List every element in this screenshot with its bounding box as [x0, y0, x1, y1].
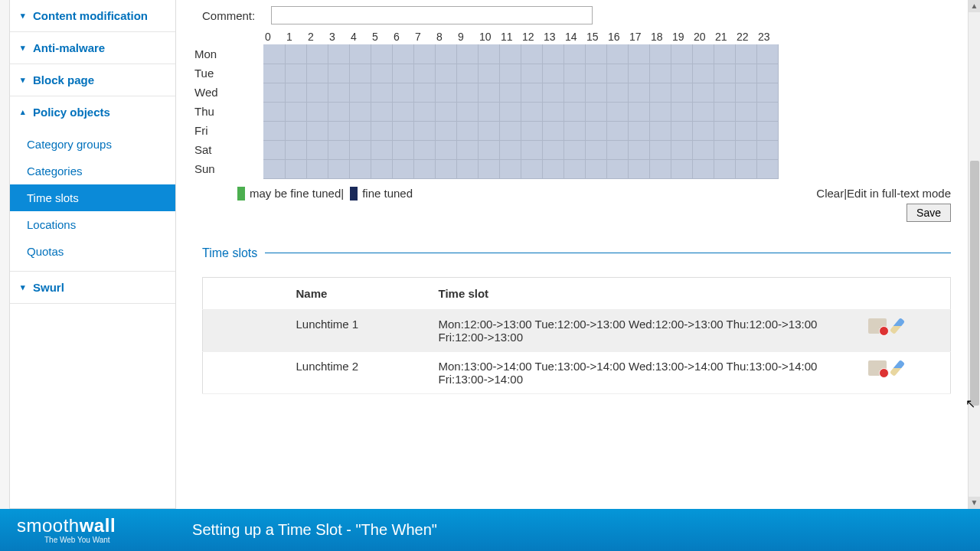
schedule-cell[interactable] [456, 64, 478, 83]
schedule-cell[interactable] [564, 64, 585, 83]
schedule-cell[interactable] [692, 83, 714, 102]
schedule-cell[interactable] [499, 121, 521, 140]
schedule-cell[interactable] [478, 102, 499, 121]
schedule-cell[interactable] [413, 44, 435, 64]
schedule-cell[interactable] [263, 83, 285, 102]
schedule-cell[interactable] [328, 140, 349, 159]
schedule-cell[interactable] [671, 64, 692, 83]
schedule-cell[interactable] [263, 64, 285, 83]
schedule-cell[interactable] [628, 83, 649, 102]
schedule-cell[interactable] [349, 44, 371, 64]
schedule-cell[interactable] [456, 44, 478, 64]
schedule-cell[interactable] [542, 44, 564, 64]
schedule-cell[interactable] [521, 121, 542, 140]
schedule-cell[interactable] [735, 83, 756, 102]
schedule-cell[interactable] [521, 83, 542, 102]
schedule-cell[interactable] [585, 64, 606, 83]
schedule-cell[interactable] [692, 140, 714, 159]
schedule-cell[interactable] [542, 140, 564, 159]
schedule-cell[interactable] [478, 121, 499, 140]
schedule-cell[interactable] [606, 121, 628, 140]
clear-link[interactable]: Clear [816, 187, 844, 200]
schedule-cell[interactable] [735, 64, 756, 83]
schedule-cell[interactable] [564, 159, 585, 178]
schedule-cell[interactable] [456, 140, 478, 159]
schedule-cell[interactable] [499, 64, 521, 83]
schedule-cell[interactable] [628, 64, 649, 83]
schedule-cell[interactable] [478, 64, 499, 83]
schedule-cell[interactable] [413, 121, 435, 140]
edit-icon[interactable] [889, 318, 904, 334]
schedule-cell[interactable] [413, 83, 435, 102]
schedule-cell[interactable] [306, 64, 328, 83]
schedule-cell[interactable] [564, 44, 585, 64]
schedule-cell[interactable] [435, 102, 456, 121]
schedule-cell[interactable] [478, 140, 499, 159]
schedule-cell[interactable] [435, 44, 456, 64]
schedule-cell[interactable] [606, 83, 628, 102]
schedule-cell[interactable] [714, 102, 735, 121]
schedule-cell[interactable] [649, 121, 671, 140]
schedule-cell[interactable] [585, 83, 606, 102]
schedule-cell[interactable] [349, 159, 371, 178]
schedule-cell[interactable] [521, 64, 542, 83]
schedule-cell[interactable] [692, 159, 714, 178]
schedule-cell[interactable] [285, 121, 306, 140]
schedule-cell[interactable] [671, 83, 692, 102]
schedule-cell[interactable] [263, 102, 285, 121]
sidebar-item-time-slots[interactable]: Time slots [10, 184, 175, 211]
schedule-cell[interactable] [756, 140, 778, 159]
schedule-cell[interactable] [756, 64, 778, 83]
schedule-cell[interactable] [671, 159, 692, 178]
schedule-cell[interactable] [263, 140, 285, 159]
schedule-cell[interactable] [606, 140, 628, 159]
comment-input[interactable] [271, 6, 593, 24]
schedule-cell[interactable] [349, 140, 371, 159]
schedule-cell[interactable] [285, 159, 306, 178]
schedule-cell[interactable] [542, 83, 564, 102]
schedule-cell[interactable] [392, 159, 413, 178]
scrollbar[interactable]: ▲ ▼ [968, 0, 980, 509]
schedule-cell[interactable] [649, 159, 671, 178]
schedule-cell[interactable] [585, 121, 606, 140]
schedule-cell[interactable] [371, 159, 392, 178]
schedule-cell[interactable] [392, 121, 413, 140]
schedule-cell[interactable] [263, 159, 285, 178]
schedule-cell[interactable] [714, 159, 735, 178]
schedule-cell[interactable] [413, 102, 435, 121]
schedule-cell[interactable] [263, 121, 285, 140]
schedule-cell[interactable] [306, 140, 328, 159]
schedule-grid[interactable]: 01234567891011121314151617181920212223 M… [194, 31, 779, 179]
schedule-cell[interactable] [628, 102, 649, 121]
schedule-cell[interactable] [392, 44, 413, 64]
schedule-cell[interactable] [499, 83, 521, 102]
schedule-cell[interactable] [714, 44, 735, 64]
schedule-cell[interactable] [392, 140, 413, 159]
schedule-cell[interactable] [714, 64, 735, 83]
schedule-cell[interactable] [435, 140, 456, 159]
schedule-cell[interactable] [628, 140, 649, 159]
schedule-cell[interactable] [756, 121, 778, 140]
schedule-cell[interactable] [435, 159, 456, 178]
schedule-cell[interactable] [671, 44, 692, 64]
schedule-cell[interactable] [521, 140, 542, 159]
schedule-cell[interactable] [328, 121, 349, 140]
schedule-cell[interactable] [606, 64, 628, 83]
schedule-cell[interactable] [542, 64, 564, 83]
schedule-cell[interactable] [671, 102, 692, 121]
schedule-cell[interactable] [649, 140, 671, 159]
schedule-cell[interactable] [671, 121, 692, 140]
schedule-cell[interactable] [456, 102, 478, 121]
sidebar-section-swurl[interactable]: ▾ Swurl [10, 272, 175, 303]
schedule-cell[interactable] [499, 159, 521, 178]
sidebar-item-locations[interactable]: Locations [10, 211, 175, 238]
sidebar-item-category-groups[interactable]: Category groups [10, 131, 175, 158]
schedule-cell[interactable] [585, 159, 606, 178]
schedule-cell[interactable] [735, 159, 756, 178]
schedule-cell[interactable] [349, 121, 371, 140]
schedule-cell[interactable] [328, 64, 349, 83]
schedule-cell[interactable] [649, 83, 671, 102]
schedule-cell[interactable] [756, 159, 778, 178]
sidebar-item-categories[interactable]: Categories [10, 158, 175, 184]
sidebar-section-policy-objects[interactable]: ▴ Policy objects [10, 96, 175, 128]
